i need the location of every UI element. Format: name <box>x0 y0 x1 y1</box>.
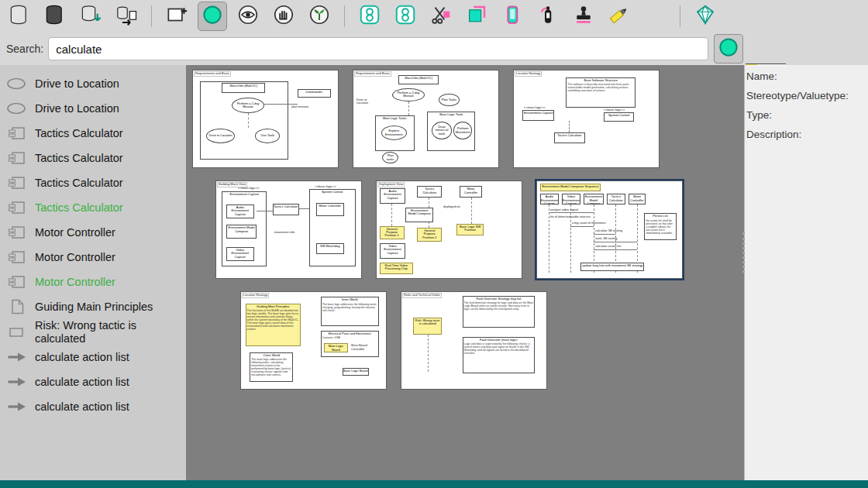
arrow-right-icon <box>6 374 28 390</box>
diagram-thumbnail-1[interactable]: Requirements and BasisMarsOrbit (MaDOC)P… <box>192 70 339 168</box>
diagram-element: Tactics Calculator <box>417 186 442 198</box>
diagram-thumbnail-3[interactable]: Location StrategyBase Software Structure… <box>513 70 660 168</box>
tree-item-label: Tactics Calculator <box>35 152 123 165</box>
select-tool-button[interactable] <box>198 2 227 31</box>
database-export-button[interactable] <box>112 2 141 31</box>
tree-item-risk-wrong-tactic-is-calculated[interactable]: Risk: Wrong tactic is calculated <box>0 319 186 345</box>
loop-button[interactable] <box>355 2 384 31</box>
database-save-button[interactable] <box>76 2 105 31</box>
diagram-element: Explore Environment <box>381 125 408 140</box>
thumbnail-row: Location StrategyGuiding Main Principles… <box>240 291 744 390</box>
device-icon <box>501 3 524 29</box>
database-save-icon <box>79 3 102 29</box>
diagram-element: System Control <box>604 112 634 122</box>
diagram-element: Environment Model Compose <box>226 225 257 239</box>
tree-item-tactics-calculator[interactable]: Tactics Calculator <box>0 195 186 220</box>
diagram-element: Base Software StructureThe software is b… <box>566 77 636 108</box>
tree-item-tactics-calculator[interactable]: Tactics Calculator <box>0 170 186 195</box>
diagram-element: Motor Controller <box>629 194 646 204</box>
tree-item-calculate-action-list[interactable]: calculate action list <box>0 369 186 394</box>
property-label-stereotype-valuetype: Stereotype/Valuetype: <box>746 90 865 101</box>
diagram-element: list of detected audio sources <box>550 215 592 219</box>
diagram-element <box>594 242 637 242</box>
loop-button[interactable] <box>391 2 420 31</box>
tree-item-label: Tactics Calculator <box>35 177 123 190</box>
diagram-element <box>408 101 409 115</box>
diagram-element: Plan tasks <box>382 152 398 163</box>
diagram-thumbnail-5[interactable]: Deployment ViewAudio Environment Capture… <box>376 180 522 279</box>
tree-item-calculate-action-list[interactable]: calculate action list <box>0 345 186 369</box>
diagram-element: Base Logic SW Partition <box>456 224 484 235</box>
thumbnail-row: Requirements and BasisMarsOrbit (MaDOC)P… <box>192 70 744 168</box>
diagram-element: System Control <box>309 189 356 266</box>
gem-button[interactable] <box>691 2 720 31</box>
tree-item-motor-controller[interactable]: Motor Controller <box>0 220 186 245</box>
loop-icon <box>358 3 381 29</box>
diagram-element: SW Watchdog <box>316 243 344 254</box>
seedling-button[interactable] <box>305 2 334 31</box>
new-diagram-button[interactable] <box>162 2 191 31</box>
search-input[interactable] <box>48 37 708 60</box>
diagram-element: Motor Controller <box>460 186 483 198</box>
component-icon <box>6 225 28 240</box>
extinguisher-button[interactable] <box>533 2 563 31</box>
tree-item-drive-to-location[interactable]: Drive to Location <box>0 96 186 121</box>
database-export-icon <box>115 3 138 29</box>
tree-item-tactics-calculator[interactable]: Tactics Calculator <box>0 121 186 146</box>
blank-button[interactable] <box>640 2 670 31</box>
toolbar-separator <box>680 5 680 27</box>
diagram-element: Base Logic Board <box>343 368 369 376</box>
diagram-element: Video Environment Capture <box>380 243 406 259</box>
diagram-element: Perform a 2-day Mission <box>392 88 424 102</box>
diagram-thumbnail-6[interactable]: Environment Model Composer SequenceAudio… <box>536 180 683 279</box>
tree-item-guiding-main-principles[interactable]: Guiding Main Principles <box>0 294 186 319</box>
diagram-element: Use Tools <box>255 129 280 143</box>
usecase-ellipse-icon <box>6 76 28 91</box>
diagram-title-tab: Location Strategy <box>515 71 542 77</box>
new-diagram-icon <box>165 3 188 29</box>
diagram-element: MarsOrbit (MaDOC) <box>222 83 265 93</box>
tree-item-calculate-action-list[interactable]: calculate action list <box>0 394 186 419</box>
diagram-element <box>391 204 392 226</box>
diagram-thumbnail-2[interactable]: Requirements and BasisMarsOrbit (MaDOC)P… <box>353 70 499 168</box>
blank-icon <box>643 3 666 29</box>
gem-icon <box>694 3 717 29</box>
diagram-thumbnail-7[interactable]: Location StrategyGuiding Main Principles… <box>240 291 387 390</box>
diagram-thumbnail-4[interactable]: Building Block View<<main logic>>Environ… <box>215 180 362 279</box>
eye-button[interactable] <box>233 2 263 31</box>
diagram-element: Environment Capture <box>522 110 554 121</box>
cut-button[interactable] <box>426 2 456 31</box>
diagram-element: Risk: Wrong tactic is calculated <box>413 318 442 335</box>
diagram-element: plan mission <box>291 105 332 111</box>
database-new-icon <box>8 3 31 29</box>
seedling-icon <box>308 3 331 29</box>
diagram-element: deployed on <box>443 204 478 209</box>
thumbnail-row: Building Block View<<main logic>>Environ… <box>215 180 744 279</box>
tree-item-tactics-calculator[interactable]: Tactics Calculator <box>0 146 186 170</box>
diagram-thumbnail-8[interactable]: Risks and Technical DebtsFault Detection… <box>401 291 547 390</box>
rect-icon <box>6 325 28 340</box>
diagram-title-tab: Risks and Technical Debts <box>402 293 442 298</box>
database-new-button[interactable] <box>5 2 34 31</box>
device-button[interactable] <box>498 2 527 31</box>
database-dark-button[interactable] <box>40 2 70 31</box>
tree-item-drive-to-location[interactable]: Drive to Location <box>0 71 186 96</box>
stamp-button[interactable] <box>569 2 598 31</box>
hand-button[interactable] <box>269 2 298 31</box>
eye-icon <box>236 3 260 29</box>
diagram-element: Drive to Location <box>356 98 377 109</box>
tree-item-motor-controller[interactable]: Motor Controller <box>0 245 186 270</box>
panel-splitter[interactable] <box>742 232 745 273</box>
marker-button[interactable] <box>604 2 634 31</box>
toolbar-separator <box>344 5 345 27</box>
modeler-window: Search: Drive to LocationDrive to Locati… <box>0 0 868 488</box>
diagram-thumbnail-area: Requirements and BasisMarsOrbit (MaDOC)P… <box>186 65 744 480</box>
tree-item-motor-controller[interactable]: Motor Controller <box>0 270 186 294</box>
properties-panel: Name:Stereotype/Valuetype:Type:Descripti… <box>744 65 868 480</box>
arrow-right-icon <box>6 399 28 414</box>
component-icon <box>6 274 28 290</box>
search-bar: Search: <box>0 33 868 65</box>
copy-button[interactable] <box>462 2 491 31</box>
search-tool-button[interactable] <box>714 34 743 64</box>
diagram-element: Mars Board Controller <box>351 343 377 352</box>
